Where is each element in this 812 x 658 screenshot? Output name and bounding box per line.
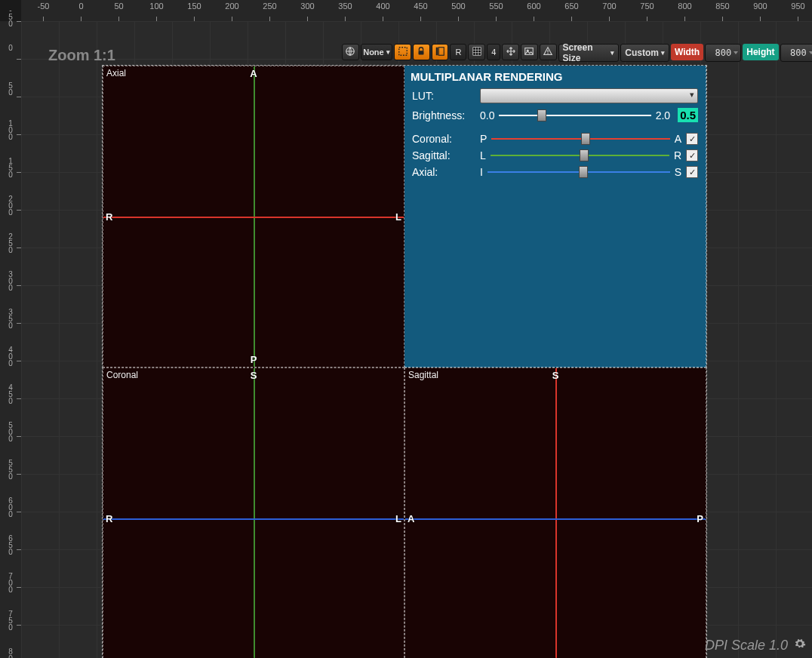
layout-icon bbox=[435, 46, 445, 58]
design-grid[interactable]: Zoom 1:1 None▾ R 4 bbox=[21, 21, 812, 658]
grid-size-input[interactable]: 4 bbox=[487, 44, 500, 60]
brightness-value[interactable]: 0.5 bbox=[678, 108, 698, 122]
view-coronal[interactable]: Coronal S I R L bbox=[103, 367, 404, 658]
image-preview-button[interactable] bbox=[521, 44, 538, 60]
globe-icon bbox=[345, 46, 355, 58]
svg-rect-7 bbox=[548, 50, 549, 52]
axial-line bbox=[405, 518, 706, 520]
coronal-checkbox[interactable]: ✓ bbox=[686, 133, 698, 145]
width-input[interactable]: 800 bbox=[705, 44, 741, 62]
svg-rect-8 bbox=[548, 53, 549, 54]
move-icon bbox=[506, 46, 516, 58]
layout-transform-button[interactable] bbox=[502, 44, 519, 60]
axial-slider[interactable] bbox=[488, 167, 670, 177]
dpi-status: DPI Scale 1.0 bbox=[705, 638, 806, 653]
dashed-rect-icon bbox=[398, 46, 408, 58]
grid-toggle-button[interactable] bbox=[468, 44, 485, 60]
multiplanar-panel: MULTIPLANAR RENDERING LUT: Brightness: 0… bbox=[404, 66, 706, 366]
view-sagittal[interactable]: Sagittal S I A P bbox=[404, 367, 706, 658]
view-axial-title: Axial bbox=[106, 68, 126, 78]
image-icon bbox=[524, 46, 534, 58]
view-axial[interactable]: Axial A P R L bbox=[103, 66, 404, 367]
view-sagittal-title: Sagittal bbox=[408, 370, 438, 380]
designer-toolbar: None▾ R 4 Screen S bbox=[342, 44, 812, 60]
coronal-slider[interactable] bbox=[491, 134, 669, 144]
respect-locks-button[interactable]: R bbox=[450, 44, 466, 60]
brightness-min: 0.0 bbox=[480, 109, 494, 121]
lut-dropdown[interactable] bbox=[480, 88, 698, 103]
toggle-outlines-button[interactable] bbox=[394, 44, 411, 60]
sagittal-label: Sagittal: bbox=[412, 149, 475, 161]
brightness-label: Brightness: bbox=[412, 109, 475, 121]
height-chip: Height bbox=[743, 44, 778, 60]
svg-rect-4 bbox=[438, 48, 444, 56]
svg-rect-2 bbox=[419, 51, 424, 54]
warning-icon bbox=[543, 46, 553, 58]
grid-icon bbox=[472, 46, 482, 58]
ruler-horizontal: -500501001502002503003504004505005506006… bbox=[21, 0, 812, 22]
sagittal-checkbox[interactable]: ✓ bbox=[686, 149, 698, 161]
axial-label: Axial: bbox=[412, 166, 475, 178]
screen-size-dropdown[interactable]: Screen Size bbox=[558, 44, 620, 62]
width-chip: Width bbox=[671, 44, 703, 60]
ruler-vertical: -500501001502002503003504004505005506006… bbox=[0, 21, 22, 658]
sagittal-line bbox=[254, 368, 255, 658]
svg-rect-3 bbox=[436, 48, 438, 56]
lut-label: LUT: bbox=[412, 90, 475, 102]
text-flow-button[interactable] bbox=[540, 44, 557, 60]
svg-rect-1 bbox=[398, 48, 407, 56]
brightness-slider[interactable] bbox=[499, 110, 651, 121]
toggle-lock-button[interactable] bbox=[413, 44, 430, 60]
sagittal-slider[interactable] bbox=[491, 150, 669, 161]
coronal-label: Coronal: bbox=[412, 133, 475, 145]
zoom-level-label: Zoom 1:1 bbox=[48, 47, 115, 64]
coronal-line bbox=[103, 217, 404, 218]
axial-checkbox[interactable]: ✓ bbox=[686, 166, 698, 178]
brightness-max: 2.0 bbox=[656, 109, 670, 121]
toggle-loc-edit-button[interactable] bbox=[432, 44, 449, 60]
coronal-line bbox=[555, 368, 557, 658]
gear-icon[interactable] bbox=[794, 638, 806, 653]
panel-title: MULTIPLANAR RENDERING bbox=[404, 66, 706, 86]
localization-preview-dropdown[interactable]: None▾ bbox=[361, 44, 392, 60]
lock-icon bbox=[416, 46, 426, 58]
localization-button[interactable] bbox=[342, 44, 359, 60]
height-input[interactable]: 800 bbox=[780, 44, 812, 62]
view-coronal-title: Coronal bbox=[106, 370, 138, 380]
device-preset-dropdown[interactable]: Custom bbox=[620, 44, 669, 62]
axial-line bbox=[103, 518, 404, 520]
svg-rect-5 bbox=[525, 48, 534, 55]
